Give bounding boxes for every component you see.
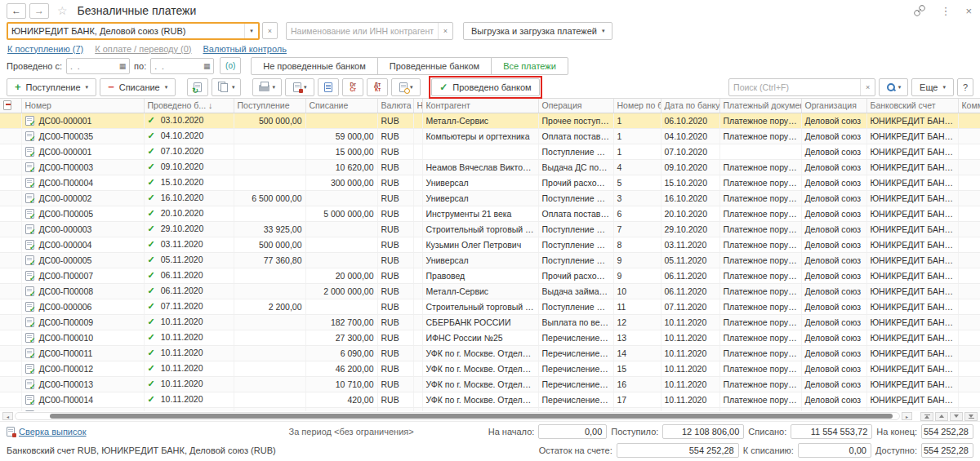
link-to-pay[interactable]: К оплате / переводу (0) bbox=[95, 44, 191, 54]
cell-comment bbox=[958, 283, 980, 299]
move-up-button[interactable] bbox=[935, 412, 948, 421]
table-row[interactable]: ДС00-П00007✓06.11.202020 000,00RUBПравов… bbox=[0, 268, 980, 283]
scroll-right-button[interactable]: ▸ bbox=[902, 412, 912, 420]
document-history-button[interactable]: ▾ bbox=[391, 78, 421, 96]
column-header-icon[interactable] bbox=[0, 99, 21, 113]
column-header-org[interactable]: Организация bbox=[801, 99, 866, 113]
cell-posted: ✓10.11.2020 bbox=[144, 361, 234, 376]
link-icon[interactable] bbox=[914, 5, 925, 16]
table-row[interactable]: ДС00-П00014✓10.11.2020420,00RUBУФК по г.… bbox=[0, 392, 980, 407]
posted-by-bank-button[interactable]: ✓ Проведено банком bbox=[431, 78, 539, 96]
horizontal-scrollbar[interactable] bbox=[15, 412, 900, 420]
back-button[interactable]: ← bbox=[7, 3, 26, 19]
show-postings-drcr-button[interactable]: DrCr bbox=[342, 78, 363, 96]
column-header-pay_doc[interactable]: Платежный документ bbox=[719, 99, 801, 113]
calendar-icon[interactable]: ▦ bbox=[200, 62, 213, 70]
copy-document-button[interactable]: ↻ bbox=[187, 78, 208, 96]
document-list-button[interactable] bbox=[318, 78, 339, 96]
column-header-posted[interactable]: Проведено б...↓ bbox=[144, 99, 234, 113]
table-row[interactable]: ДС00-П00013✓10.11.202010 710,00RUBУФК по… bbox=[0, 376, 980, 392]
bank-account-filter[interactable]: ▾ bbox=[7, 22, 260, 40]
column-header-contractor[interactable]: Контрагент bbox=[422, 99, 538, 113]
go-to-top-button[interactable] bbox=[920, 412, 933, 421]
select-period-button[interactable]: (о) bbox=[220, 57, 241, 74]
close-icon[interactable]: × bbox=[965, 5, 972, 17]
table-row[interactable]: ДС00-П00005✓20.10.20205 000 000,00RUBИнс… bbox=[0, 206, 980, 221]
cell-currency: RUB bbox=[377, 345, 413, 361]
bank-account-input[interactable] bbox=[8, 26, 244, 36]
show-postings-dtkt-button[interactable]: ДтКт bbox=[367, 78, 388, 96]
create-receipt-button[interactable]: + Поступление ▾ bbox=[7, 78, 96, 96]
cell-comment bbox=[958, 190, 980, 206]
table-row[interactable]: ДС00-П00003✓09.10.202010 620,00RUBНеамов… bbox=[0, 159, 980, 175]
table-row[interactable]: ДС00-000005✓05.11.202077 360,80RUBУнивер… bbox=[0, 252, 980, 268]
contractor-search-field[interactable]: × bbox=[286, 22, 453, 40]
register-report-button[interactable]: ▾ bbox=[285, 78, 314, 96]
dtkt-icon: ДтКт bbox=[374, 82, 381, 92]
account-clear-button[interactable]: × bbox=[262, 22, 278, 39]
posted-check-icon: ✓ bbox=[148, 348, 155, 357]
scroll-left-button[interactable]: ◂ bbox=[2, 412, 13, 420]
table-row[interactable]: ДС00-000001✓03.10.2020500 000,00RUBМетал… bbox=[0, 113, 980, 128]
search-button[interactable]: ▾ bbox=[879, 78, 908, 96]
date-from-input[interactable] bbox=[67, 61, 116, 71]
column-header-currency[interactable]: Валюта bbox=[377, 99, 413, 113]
column-header-account[interactable]: Банковский счет bbox=[866, 99, 958, 113]
scrollbar-thumb[interactable] bbox=[50, 414, 893, 419]
exchange-payments-button[interactable]: Выгрузка и загрузка платежей ▾ bbox=[463, 22, 612, 40]
reconcile-statements[interactable]: Сверка выписок bbox=[7, 427, 87, 437]
favorite-star-icon[interactable]: ☆ bbox=[57, 4, 68, 17]
table-row[interactable]: ДС00-000006✓07.11.20202 200,00RUBСтроите… bbox=[0, 299, 980, 314]
table-row[interactable]: ДС00-П00011✓10.11.20206 090,00RUBУФК по … bbox=[0, 345, 980, 361]
table-row[interactable]: ДС00-П00035✓04.10.202059 000,00RUBКомпью… bbox=[0, 128, 980, 144]
table-row[interactable]: ДС00-000004✓03.11.2020500 000,00RUBКузьм… bbox=[0, 237, 980, 252]
date-to-input[interactable] bbox=[151, 61, 200, 71]
totals-row-2: Остаток на счете: 554 252,28 К списанию:… bbox=[539, 443, 973, 458]
tab-posted-by-bank[interactable]: Проведенные банком bbox=[377, 57, 492, 75]
more-menu-icon[interactable]: ⋮ bbox=[940, 5, 951, 17]
contractor-search-input[interactable] bbox=[287, 26, 438, 36]
date-to-field[interactable]: ▦ bbox=[150, 58, 214, 74]
column-header-income[interactable]: Поступление bbox=[234, 99, 305, 113]
payment-status-tabs: Не проведенные банком Проведенные банком… bbox=[252, 57, 568, 75]
load-documents-button[interactable]: ▾ bbox=[212, 78, 241, 96]
table-row[interactable]: ДС00-П00010✓10.11.202027 300,00RUBИФНС Р… bbox=[0, 330, 980, 345]
create-writeoff-button[interactable]: − Списание ▾ bbox=[100, 78, 176, 96]
column-header-bank_number[interactable]: Номер по ба... bbox=[613, 99, 661, 113]
table-row[interactable]: ДС00-000001✓07.10.202015 000,00RUBПоступ… bbox=[0, 144, 980, 159]
more-actions-button[interactable]: Еще ▾ bbox=[911, 78, 954, 96]
calendar-icon[interactable]: ▦ bbox=[116, 62, 129, 70]
account-dropdown-button[interactable]: ▾ bbox=[245, 24, 258, 38]
reconcile-link[interactable]: Сверка выписок bbox=[19, 427, 87, 437]
clear-icon: × bbox=[443, 27, 448, 35]
list-search-input[interactable] bbox=[729, 82, 860, 92]
column-header-operation[interactable]: Операция bbox=[538, 99, 613, 113]
column-header-expense[interactable]: Списание bbox=[305, 99, 377, 113]
date-from-field[interactable]: ▦ bbox=[66, 58, 130, 74]
cell-comment bbox=[958, 221, 980, 237]
table-row[interactable]: ДС00-П00008✓06.11.20202 000 000,00RUBМет… bbox=[0, 283, 980, 299]
tab-not-posted-by-bank[interactable]: Не проведенные банком bbox=[251, 57, 378, 75]
table-row[interactable]: ДС00-П00009✓10.11.2020182 700,00RUBСБЕРБ… bbox=[0, 314, 980, 330]
column-header-bank_date[interactable]: Дата по банку bbox=[661, 99, 719, 113]
list-search-field[interactable]: × bbox=[728, 78, 875, 96]
column-header-h[interactable]: Н bbox=[413, 99, 422, 113]
column-header-comment[interactable]: Комм... bbox=[958, 99, 980, 113]
chevron-down-icon: ▾ bbox=[898, 84, 902, 91]
table-row[interactable]: ДС00-000002✓16.10.20206 500 000,00RUBУни… bbox=[0, 190, 980, 206]
tab-all-payments[interactable]: Все платежи bbox=[491, 57, 568, 75]
print-button[interactable]: ▾ bbox=[252, 78, 282, 96]
search-clear-button[interactable]: × bbox=[861, 83, 875, 91]
help-button[interactable]: ? bbox=[957, 78, 973, 96]
column-header-number[interactable]: Номер bbox=[21, 99, 144, 113]
table-row[interactable]: ДС00-П00012✓10.11.202046 200,00RUBУФК по… bbox=[0, 361, 980, 376]
move-down-button[interactable] bbox=[950, 412, 963, 421]
forward-button[interactable]: → bbox=[29, 3, 49, 19]
link-to-receipt[interactable]: К поступлению (7) bbox=[7, 44, 83, 54]
cell-icon bbox=[0, 128, 21, 144]
table-row[interactable]: ДС00-000003✓29.10.202033 925,00RUBСтроит… bbox=[0, 221, 980, 237]
contractor-clear-button[interactable]: × bbox=[439, 27, 452, 35]
link-currency-control[interactable]: Валютный контроль bbox=[203, 44, 287, 54]
table-row[interactable]: ДС00-П00004✓15.10.2020300 000,00RUBУниве… bbox=[0, 175, 980, 190]
go-to-bottom-button[interactable] bbox=[964, 412, 978, 421]
